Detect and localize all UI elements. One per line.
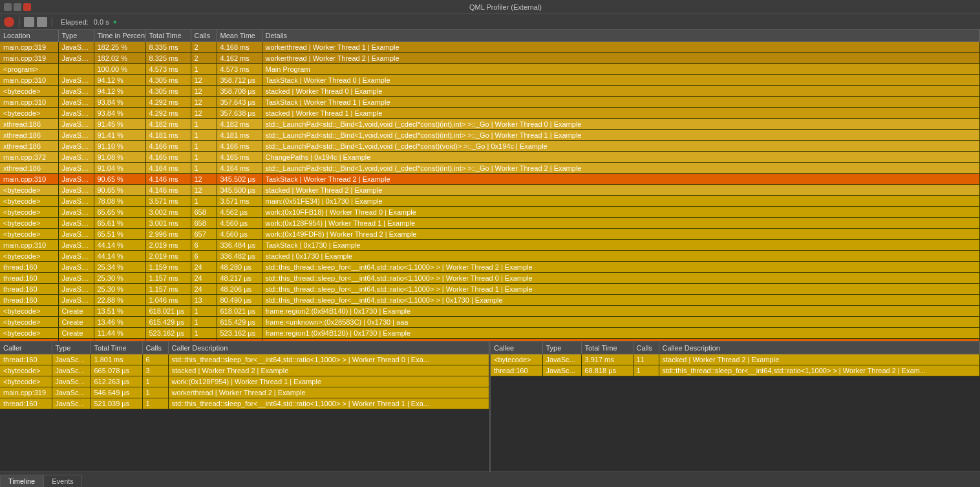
minimize-button[interactable]	[4, 3, 12, 11]
caller-col-caller[interactable]: Caller	[0, 342, 52, 354]
table-row[interactable]: <bytecode>Create13.51 %618.021 µs1618.02…	[0, 306, 980, 317]
table-cell: 91.41 %	[94, 130, 145, 141]
table-cell: 4.562 µs	[217, 207, 262, 218]
main-table-area[interactable]: Location Type Time in Percent Total Time…	[0, 30, 980, 342]
table-cell: 78.08 %	[94, 196, 145, 207]
col-header-meantime[interactable]: Mean Time	[217, 30, 262, 42]
table-cell: std::_LaunchPad<std::_Bind<1,void,void (…	[262, 141, 980, 152]
table-row[interactable]: xthread:186JavaSc...91.04 %4.164 ms14.16…	[0, 163, 980, 174]
open-button[interactable]	[24, 17, 34, 27]
callee-col-calls[interactable]: Calls	[633, 342, 659, 354]
table-cell: <bytecode>	[0, 251, 58, 262]
table-cell: stacked | Worker Thread 2 | Example	[262, 185, 980, 196]
col-header-details[interactable]: Details	[262, 30, 980, 42]
table-row[interactable]: <bytecode>JavaSc...44.14 %2.019 ms6336.4…	[0, 251, 980, 262]
table-row[interactable]: thread:160JavaSc...22.88 %1.046 ms1380.4…	[0, 295, 980, 306]
table-cell: 665.078 µs	[91, 365, 142, 376]
table-cell: thread:160	[0, 295, 58, 306]
table-cell: 80.490 µs	[217, 295, 262, 306]
table-row[interactable]: main.cpp:372JavaSc...91.08 %4.165 ms14.1…	[0, 152, 980, 163]
list-item[interactable]: thread:160JavaSc...521.039 µs1std::this_…	[0, 398, 489, 409]
table-cell: 100.00 %	[94, 64, 145, 75]
col-header-calls[interactable]: Calls	[191, 30, 217, 42]
table-cell: <bytecode>	[0, 218, 58, 229]
col-header-percent[interactable]: Time in Percent	[94, 30, 145, 42]
table-row[interactable]: <bytecode>Create13.46 %615.429 µs1615.42…	[0, 317, 980, 328]
table-cell: 12	[191, 97, 217, 108]
separator	[19, 17, 19, 27]
table-cell: 12	[191, 108, 217, 119]
list-item[interactable]: <bytecode>JavaSc...665.078 µs3stacked | …	[0, 365, 489, 376]
table-row[interactable]: xthread:186JavaSc...91.45 %4.182 ms14.18…	[0, 119, 980, 130]
table-cell: frame:region1:(0x94B120) | 0x1730 | Exam…	[262, 328, 980, 339]
col-header-location[interactable]: Location	[0, 30, 58, 42]
table-row[interactable]: <bytecode>JavaSc...65.65 %3.002 ms6584.5…	[0, 207, 980, 218]
table-cell: JavaSc...	[52, 365, 91, 376]
maximize-button[interactable]	[14, 3, 21, 11]
table-row[interactable]: xthread:186JavaSc...91.41 %4.181 ms14.18…	[0, 130, 980, 141]
caller-col-type[interactable]: Type	[52, 342, 91, 354]
table-cell: JavaSc...	[58, 86, 94, 97]
callee-col-total[interactable]: Total Time	[581, 342, 633, 354]
table-cell: 658	[191, 207, 217, 218]
table-cell: 4.560 µs	[217, 229, 262, 240]
table-cell: std::this_thread::sleep_for<__int64,std:…	[262, 284, 980, 295]
list-item[interactable]: main.cpp:319JavaSc...546.649 µs1workerth…	[0, 387, 489, 398]
table-cell: 4.146 ms	[145, 174, 191, 185]
table-cell: stacked | Worker Thread 2 | Example	[168, 365, 489, 376]
main-table-body: main.cpp:319JavaSc...182.25 %8.335 ms24.…	[0, 42, 980, 343]
callee-panel[interactable]: Callee Type Total Time Calls Callee Desc…	[491, 342, 980, 471]
table-row[interactable]: main.cpp:310JavaSc...93.84 %4.292 ms1235…	[0, 97, 980, 108]
main-content: Location Type Time in Percent Total Time…	[0, 30, 980, 471]
table-cell: main.cpp:310	[0, 240, 58, 251]
table-row[interactable]: <bytecode>JavaSc...94.12 %4.305 ms12358.…	[0, 86, 980, 97]
caller-col-desc[interactable]: Caller Description	[168, 342, 489, 354]
list-item[interactable]: thread:160JavaSc...68.818 µs1std::this_t…	[491, 365, 980, 376]
table-cell: stacked | 0x1730 | Example	[262, 251, 980, 262]
callee-col-desc[interactable]: Callee Description	[659, 342, 980, 354]
table-row[interactable]: xthread:186JavaSc...91.10 %4.166 ms14.16…	[0, 141, 980, 152]
table-cell: std::this_thread::sleep_for<__int64,std:…	[659, 365, 980, 376]
table-cell: 4.292 ms	[145, 97, 191, 108]
table-cell: <bytecode>	[0, 108, 58, 119]
caller-table: Caller Type Total Time Calls Caller Desc…	[0, 342, 489, 409]
list-item[interactable]: <bytecode>JavaSc...3.917 ms11stacked | W…	[491, 354, 980, 365]
callee-col-callee[interactable]: Callee	[491, 342, 542, 354]
table-row[interactable]: main.cpp:319JavaSc...182.02 %8.325 ms24.…	[0, 53, 980, 64]
table-row[interactable]: <bytecode>JavaSc...78.08 %3.571 ms13.571…	[0, 196, 980, 207]
tab-events[interactable]: Events	[43, 475, 82, 487]
table-cell: <bytecode>	[0, 196, 58, 207]
col-header-totaltime[interactable]: Total Time	[145, 30, 191, 42]
table-row[interactable]: main.cpp:310JavaSc...94.12 %4.305 ms1235…	[0, 75, 980, 86]
toolbar: Elapsed: 0.0 s ●	[0, 14, 980, 30]
table-row[interactable]: <bytecode>Create11.44 %523.162 µs1523.16…	[0, 328, 980, 339]
table-cell: work:(0x128F954) | Worker Thread 1 | Exa…	[168, 376, 489, 387]
caller-col-total[interactable]: Total Time	[91, 342, 142, 354]
table-row[interactable]: thread:160JavaSc...25.30 %1.157 ms2448.2…	[0, 284, 980, 295]
table-row[interactable]: main.cpp:310JavaSc...44.14 %2.019 ms6336…	[0, 240, 980, 251]
table-cell: 1	[191, 119, 217, 130]
table-cell: JavaSc...	[52, 376, 91, 387]
table-row[interactable]: <bytecode>JavaSc...65.61 %3.001 ms6584.5…	[0, 218, 980, 229]
table-cell: 3.917 ms	[581, 354, 633, 365]
caller-panel[interactable]: Caller Type Total Time Calls Caller Desc…	[0, 342, 491, 471]
table-row[interactable]: thread:160JavaSc...25.30 %1.157 ms2448.2…	[0, 273, 980, 284]
table-row[interactable]: main.cpp:310JavaSc...90.65 %4.146 ms1234…	[0, 174, 980, 185]
table-cell: 6	[191, 240, 217, 251]
list-item[interactable]: <bytecode>JavaSc...612.263 µs1work:(0x12…	[0, 376, 489, 387]
record-button[interactable]	[4, 17, 14, 27]
tab-timeline[interactable]: Timeline	[0, 475, 43, 487]
close-button[interactable]	[23, 3, 31, 11]
table-row[interactable]: <bytecode>JavaSc...90.65 %4.146 ms12345.…	[0, 185, 980, 196]
caller-col-calls[interactable]: Calls	[142, 342, 168, 354]
col-header-type[interactable]: Type	[58, 30, 94, 42]
table-row[interactable]: <bytecode>JavaSc...65.51 %2.996 ms6574.5…	[0, 229, 980, 240]
list-item[interactable]: thread:160JavaSc...1.801 ms6std::this_th…	[0, 354, 489, 365]
table-row[interactable]: thread:160JavaSc...25.34 %1.159 ms2448.2…	[0, 262, 980, 273]
table-cell: 3.001 ms	[145, 218, 191, 229]
table-row[interactable]: <bytecode>JavaSc...93.84 %4.292 ms12357.…	[0, 108, 980, 119]
callee-col-type[interactable]: Type	[542, 342, 581, 354]
table-row[interactable]: <program>100.00 %4.573 ms14.573 msMain P…	[0, 64, 980, 75]
save-button[interactable]	[37, 17, 47, 27]
table-row[interactable]: main.cpp:319JavaSc...182.25 %8.335 ms24.…	[0, 42, 980, 53]
